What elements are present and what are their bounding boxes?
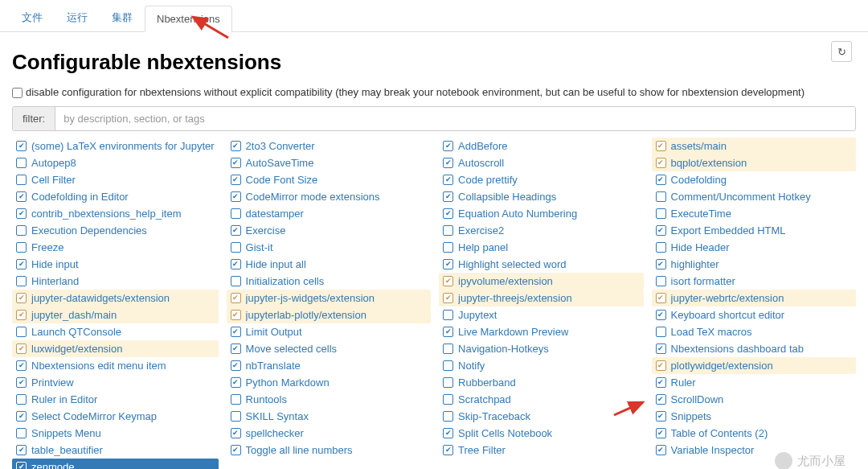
extension-checkbox[interactable] [443, 276, 453, 286]
extension-item[interactable]: Autopep8 [12, 154, 219, 171]
extension-item[interactable]: Skip-Traceback [439, 408, 643, 425]
extension-item[interactable]: jupyter-js-widgets/extension [227, 290, 431, 306]
extension-checkbox[interactable] [656, 141, 666, 151]
extension-checkbox[interactable] [16, 158, 27, 168]
extension-item[interactable]: 2to3 Converter [227, 138, 431, 154]
extension-checkbox[interactable] [443, 208, 453, 219]
extension-item[interactable]: jupyterlab-plotly/extension [227, 306, 431, 323]
extension-item[interactable]: Code prettify [439, 171, 643, 188]
tab-clusters[interactable]: 集群 [100, 3, 145, 32]
extension-checkbox[interactable] [656, 293, 666, 303]
extension-checkbox[interactable] [443, 225, 453, 236]
extension-item[interactable]: luxwidget/extension [12, 340, 219, 357]
extension-item[interactable]: Toggle all line numbers [227, 442, 431, 459]
extension-checkbox[interactable] [443, 360, 453, 371]
extension-checkbox[interactable] [443, 175, 453, 185]
extension-checkbox[interactable] [16, 191, 27, 202]
refresh-button[interactable]: ↻ [831, 41, 852, 62]
extension-checkbox[interactable] [16, 327, 27, 337]
extension-checkbox[interactable] [656, 445, 666, 455]
extension-item[interactable]: Ruler [652, 374, 856, 391]
extension-checkbox[interactable] [656, 310, 666, 320]
extension-checkbox[interactable] [16, 175, 27, 185]
extension-item[interactable]: contrib_nbextensions_help_item [12, 205, 219, 222]
extension-checkbox[interactable] [16, 462, 27, 469]
filter-input[interactable] [55, 107, 855, 130]
extension-item[interactable]: Exercise2 [439, 222, 643, 239]
extension-item[interactable]: Codefolding in Editor [12, 188, 219, 205]
extension-item[interactable]: Hide input [12, 256, 219, 273]
extension-item[interactable]: Scratchpad [439, 391, 643, 408]
extension-checkbox[interactable] [231, 360, 241, 371]
extension-item[interactable]: assets/main [652, 138, 856, 154]
extension-checkbox[interactable] [443, 428, 453, 438]
extension-item[interactable]: Python Markdown [227, 374, 431, 391]
tab-files[interactable]: 文件 [10, 3, 55, 32]
extension-checkbox[interactable] [231, 344, 241, 354]
extension-item[interactable]: spellchecker [227, 425, 431, 442]
extension-item[interactable]: Hide input all [227, 256, 431, 273]
extension-checkbox[interactable] [656, 377, 666, 388]
extension-checkbox[interactable] [656, 327, 666, 337]
extension-item[interactable]: Code Font Size [227, 171, 431, 188]
extension-checkbox[interactable] [656, 208, 666, 219]
extension-checkbox[interactable] [443, 377, 453, 388]
extension-item[interactable]: table_beautifier [12, 442, 219, 459]
extension-item[interactable]: Snippets [652, 408, 856, 425]
extension-checkbox[interactable] [443, 445, 453, 455]
extension-checkbox[interactable] [16, 310, 27, 320]
extension-checkbox[interactable] [231, 293, 241, 303]
extension-item[interactable]: Hinterland [12, 273, 219, 290]
extension-checkbox[interactable] [656, 360, 666, 371]
extension-item[interactable]: Rubberband [439, 374, 643, 391]
extension-item[interactable]: Keyboard shortcut editor [652, 306, 856, 323]
extension-item[interactable]: zenmode [12, 459, 219, 469]
extension-checkbox[interactable] [16, 141, 27, 151]
extension-item[interactable]: ipyvolume/extension [439, 273, 643, 290]
extension-checkbox[interactable] [231, 327, 241, 337]
extension-item[interactable]: Hide Header [652, 239, 856, 256]
extension-item[interactable]: Navigation-Hotkeys [439, 340, 643, 357]
extension-checkbox[interactable] [443, 293, 453, 303]
extension-checkbox[interactable] [16, 411, 27, 422]
extension-item[interactable]: Ruler in Editor [12, 391, 219, 408]
extension-checkbox[interactable] [16, 377, 27, 388]
extension-checkbox[interactable] [231, 394, 241, 405]
extension-item[interactable]: isort formatter [652, 273, 856, 290]
extension-item[interactable]: Nbextensions dashboard tab [652, 340, 856, 357]
extension-item[interactable]: bqplot/extension [652, 154, 856, 171]
extension-checkbox[interactable] [443, 411, 453, 422]
extension-checkbox[interactable] [656, 276, 666, 286]
extension-item[interactable]: Export Embedded HTML [652, 222, 856, 239]
extension-checkbox[interactable] [231, 445, 241, 455]
extension-item[interactable]: AutoSaveTime [227, 154, 431, 171]
extension-checkbox[interactable] [231, 310, 241, 320]
extension-item[interactable]: Split Cells Notebook [439, 425, 643, 442]
extension-checkbox[interactable] [231, 259, 241, 269]
extension-item[interactable]: Load TeX macros [652, 323, 856, 340]
extension-item[interactable]: Snippets Menu [12, 425, 219, 442]
extension-checkbox[interactable] [656, 158, 666, 168]
extension-item[interactable]: highlighter [652, 256, 856, 273]
extension-item[interactable]: Jupytext [439, 306, 643, 323]
extension-checkbox[interactable] [231, 208, 241, 219]
extension-item[interactable]: Autoscroll [439, 154, 643, 171]
extension-checkbox[interactable] [656, 394, 666, 405]
extension-checkbox[interactable] [656, 242, 666, 253]
extension-checkbox[interactable] [656, 191, 666, 202]
tab-running[interactable]: 运行 [55, 3, 100, 32]
extension-item[interactable]: ScrollDown [652, 391, 856, 408]
disable-compat-checkbox[interactable] [12, 88, 23, 98]
extension-item[interactable]: Tree Filter [439, 442, 643, 459]
extension-item[interactable]: Nbextensions edit menu item [12, 357, 219, 374]
extension-checkbox[interactable] [443, 242, 453, 253]
extension-checkbox[interactable] [16, 276, 27, 286]
extension-item[interactable]: jupyter-threejs/extension [439, 290, 643, 306]
extension-item[interactable]: AddBefore [439, 138, 643, 154]
extension-checkbox[interactable] [16, 428, 27, 438]
extension-checkbox[interactable] [16, 259, 27, 269]
extension-item[interactable]: CodeMirror mode extensions [227, 188, 431, 205]
extension-checkbox[interactable] [443, 310, 453, 320]
extension-checkbox[interactable] [16, 225, 27, 236]
extension-checkbox[interactable] [231, 377, 241, 388]
